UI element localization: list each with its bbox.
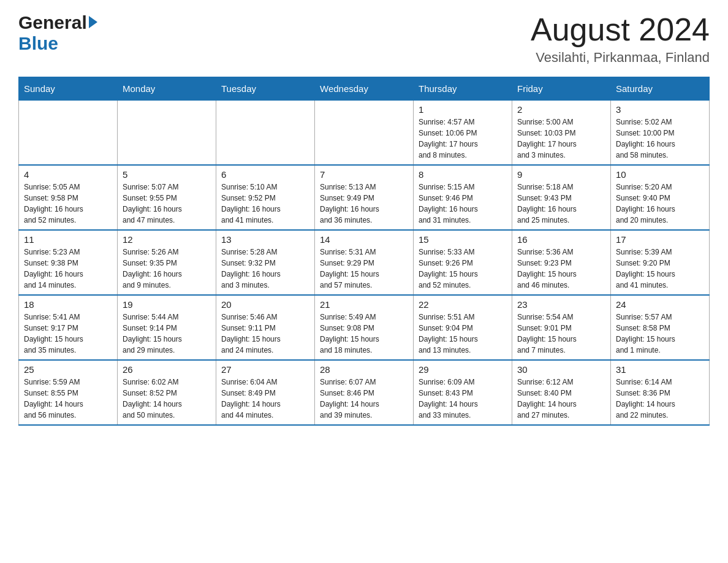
calendar-day-cell: 3Sunrise: 5:02 AM Sunset: 10:00 PM Dayli… (611, 101, 710, 166)
day-number: 16 (517, 234, 605, 245)
calendar-header-row: SundayMondayTuesdayWednesdayThursdayFrid… (19, 77, 710, 101)
day-number: 3 (616, 104, 704, 115)
day-number: 17 (616, 234, 704, 245)
day-number: 2 (517, 104, 605, 115)
day-number: 14 (320, 234, 408, 245)
day-info: Sunrise: 5:02 AM Sunset: 10:00 PM Daylig… (616, 117, 704, 161)
calendar-week-row: 4Sunrise: 5:05 AM Sunset: 9:58 PM Daylig… (19, 165, 710, 230)
logo-arrow-icon (89, 16, 97, 28)
day-number: 24 (616, 299, 704, 310)
calendar-day-cell: 16Sunrise: 5:36 AM Sunset: 9:23 PM Dayli… (512, 230, 611, 295)
calendar-day-cell: 28Sunrise: 6:07 AM Sunset: 8:46 PM Dayli… (315, 360, 414, 425)
day-of-week-header: Wednesday (315, 77, 414, 101)
calendar-day-cell: 13Sunrise: 5:28 AM Sunset: 9:32 PM Dayli… (216, 230, 315, 295)
day-info: Sunrise: 5:18 AM Sunset: 9:43 PM Dayligh… (517, 182, 605, 226)
day-of-week-header: Sunday (19, 77, 118, 101)
logo-blue-text: Blue (18, 33, 58, 54)
day-number: 31 (616, 364, 704, 375)
calendar-day-cell (216, 101, 315, 166)
day-info: Sunrise: 5:00 AM Sunset: 10:03 PM Daylig… (517, 117, 605, 161)
calendar-day-cell: 6Sunrise: 5:10 AM Sunset: 9:52 PM Daylig… (216, 165, 315, 230)
page-title: August 2024 (531, 12, 710, 47)
day-info: Sunrise: 5:33 AM Sunset: 9:26 PM Dayligh… (419, 247, 507, 291)
day-of-week-header: Monday (118, 77, 216, 101)
calendar-day-cell: 26Sunrise: 6:02 AM Sunset: 8:52 PM Dayli… (118, 360, 216, 425)
calendar-week-row: 25Sunrise: 5:59 AM Sunset: 8:55 PM Dayli… (19, 360, 710, 425)
day-number: 11 (24, 234, 112, 245)
day-info: Sunrise: 5:51 AM Sunset: 9:04 PM Dayligh… (419, 312, 507, 356)
day-number: 13 (221, 234, 309, 245)
day-number: 25 (24, 364, 112, 375)
calendar-day-cell: 23Sunrise: 5:54 AM Sunset: 9:01 PM Dayli… (512, 295, 611, 360)
calendar-day-cell: 29Sunrise: 6:09 AM Sunset: 8:43 PM Dayli… (414, 360, 512, 425)
calendar-day-cell: 2Sunrise: 5:00 AM Sunset: 10:03 PM Dayli… (512, 101, 611, 166)
calendar-table: SundayMondayTuesdayWednesdayThursdayFrid… (18, 77, 710, 426)
calendar-day-cell (315, 101, 414, 166)
day-info: Sunrise: 6:12 AM Sunset: 8:40 PM Dayligh… (517, 377, 605, 421)
calendar-day-cell: 12Sunrise: 5:26 AM Sunset: 9:35 PM Dayli… (118, 230, 216, 295)
day-info: Sunrise: 5:10 AM Sunset: 9:52 PM Dayligh… (221, 182, 309, 226)
day-number: 7 (320, 169, 408, 180)
day-number: 4 (24, 169, 112, 180)
day-info: Sunrise: 5:05 AM Sunset: 9:58 PM Dayligh… (24, 182, 112, 226)
day-number: 27 (221, 364, 309, 375)
day-info: Sunrise: 6:07 AM Sunset: 8:46 PM Dayligh… (320, 377, 408, 421)
calendar-day-cell (19, 101, 118, 166)
calendar-day-cell: 10Sunrise: 5:20 AM Sunset: 9:40 PM Dayli… (611, 165, 710, 230)
day-info: Sunrise: 4:57 AM Sunset: 10:06 PM Daylig… (419, 117, 507, 161)
day-info: Sunrise: 5:23 AM Sunset: 9:38 PM Dayligh… (24, 247, 112, 291)
calendar-day-cell: 17Sunrise: 5:39 AM Sunset: 9:20 PM Dayli… (611, 230, 710, 295)
day-number: 1 (419, 104, 507, 115)
day-info: Sunrise: 5:39 AM Sunset: 9:20 PM Dayligh… (616, 247, 704, 291)
day-info: Sunrise: 5:20 AM Sunset: 9:40 PM Dayligh… (616, 182, 704, 226)
calendar-day-cell: 31Sunrise: 6:14 AM Sunset: 8:36 PM Dayli… (611, 360, 710, 425)
day-info: Sunrise: 6:04 AM Sunset: 8:49 PM Dayligh… (221, 377, 309, 421)
calendar-day-cell: 4Sunrise: 5:05 AM Sunset: 9:58 PM Daylig… (19, 165, 118, 230)
day-info: Sunrise: 5:07 AM Sunset: 9:55 PM Dayligh… (123, 182, 211, 226)
day-number: 18 (24, 299, 112, 310)
day-info: Sunrise: 6:14 AM Sunset: 8:36 PM Dayligh… (616, 377, 704, 421)
calendar-day-cell: 18Sunrise: 5:41 AM Sunset: 9:17 PM Dayli… (19, 295, 118, 360)
day-number: 9 (517, 169, 605, 180)
calendar-day-cell: 20Sunrise: 5:46 AM Sunset: 9:11 PM Dayli… (216, 295, 315, 360)
calendar-day-cell: 11Sunrise: 5:23 AM Sunset: 9:38 PM Dayli… (19, 230, 118, 295)
logo-general-text: General (18, 12, 87, 33)
calendar-day-cell: 21Sunrise: 5:49 AM Sunset: 9:08 PM Dayli… (315, 295, 414, 360)
calendar-day-cell: 14Sunrise: 5:31 AM Sunset: 9:29 PM Dayli… (315, 230, 414, 295)
calendar-day-cell (118, 101, 216, 166)
calendar-day-cell: 22Sunrise: 5:51 AM Sunset: 9:04 PM Dayli… (414, 295, 512, 360)
day-number: 26 (123, 364, 211, 375)
day-info: Sunrise: 5:46 AM Sunset: 9:11 PM Dayligh… (221, 312, 309, 356)
calendar-day-cell: 8Sunrise: 5:15 AM Sunset: 9:46 PM Daylig… (414, 165, 512, 230)
day-number: 28 (320, 364, 408, 375)
day-number: 5 (123, 169, 211, 180)
day-number: 12 (123, 234, 211, 245)
day-info: Sunrise: 5:13 AM Sunset: 9:49 PM Dayligh… (320, 182, 408, 226)
calendar-day-cell: 15Sunrise: 5:33 AM Sunset: 9:26 PM Dayli… (414, 230, 512, 295)
day-info: Sunrise: 5:49 AM Sunset: 9:08 PM Dayligh… (320, 312, 408, 356)
day-info: Sunrise: 6:02 AM Sunset: 8:52 PM Dayligh… (123, 377, 211, 421)
calendar-week-row: 18Sunrise: 5:41 AM Sunset: 9:17 PM Dayli… (19, 295, 710, 360)
day-info: Sunrise: 5:59 AM Sunset: 8:55 PM Dayligh… (24, 377, 112, 421)
calendar-day-cell: 24Sunrise: 5:57 AM Sunset: 8:58 PM Dayli… (611, 295, 710, 360)
day-number: 30 (517, 364, 605, 375)
day-number: 15 (419, 234, 507, 245)
day-info: Sunrise: 5:15 AM Sunset: 9:46 PM Dayligh… (419, 182, 507, 226)
day-info: Sunrise: 5:57 AM Sunset: 8:58 PM Dayligh… (616, 312, 704, 356)
day-info: Sunrise: 5:26 AM Sunset: 9:35 PM Dayligh… (123, 247, 211, 291)
page-header: General Blue August 2024 Vesilahti, Pirk… (18, 12, 710, 66)
calendar-week-row: 11Sunrise: 5:23 AM Sunset: 9:38 PM Dayli… (19, 230, 710, 295)
logo: General Blue (18, 12, 97, 54)
day-number: 29 (419, 364, 507, 375)
day-info: Sunrise: 6:09 AM Sunset: 8:43 PM Dayligh… (419, 377, 507, 421)
day-info: Sunrise: 5:31 AM Sunset: 9:29 PM Dayligh… (320, 247, 408, 291)
calendar-day-cell: 25Sunrise: 5:59 AM Sunset: 8:55 PM Dayli… (19, 360, 118, 425)
calendar-day-cell: 30Sunrise: 6:12 AM Sunset: 8:40 PM Dayli… (512, 360, 611, 425)
calendar-day-cell: 7Sunrise: 5:13 AM Sunset: 9:49 PM Daylig… (315, 165, 414, 230)
day-of-week-header: Tuesday (216, 77, 315, 101)
title-block: August 2024 Vesilahti, Pirkanmaa, Finlan… (531, 12, 710, 66)
day-info: Sunrise: 5:41 AM Sunset: 9:17 PM Dayligh… (24, 312, 112, 356)
day-number: 20 (221, 299, 309, 310)
day-number: 19 (123, 299, 211, 310)
day-info: Sunrise: 5:36 AM Sunset: 9:23 PM Dayligh… (517, 247, 605, 291)
